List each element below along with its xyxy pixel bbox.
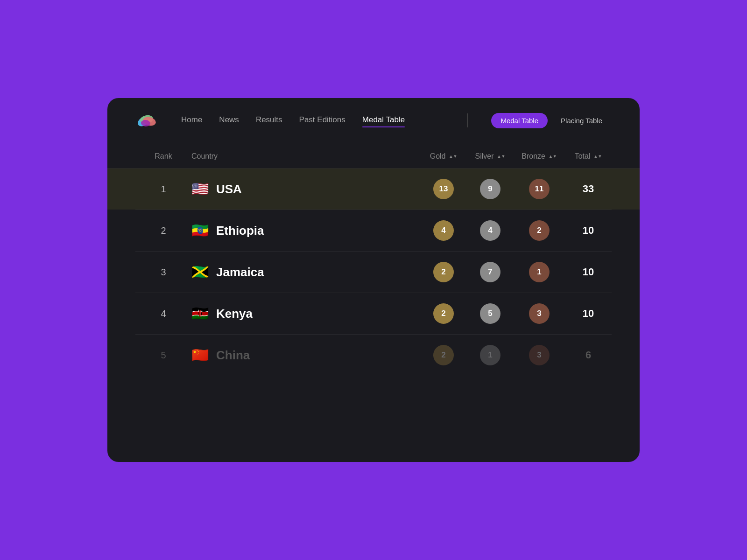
rank-number: 1 xyxy=(161,184,166,194)
nav-past-editions[interactable]: Past Editions xyxy=(299,115,345,126)
gold-cell: 2 xyxy=(420,303,467,324)
bronze-cell: 1 xyxy=(514,262,565,282)
bronze-sort-icon[interactable]: ▲▼ xyxy=(549,154,557,159)
header-gold[interactable]: Gold ▲▼ xyxy=(420,152,467,161)
silver-badge: 5 xyxy=(480,303,500,324)
table-row[interactable]: 4 🇰🇪 Kenya 2 5 3 10 xyxy=(135,293,612,334)
table-row[interactable]: 5 🇨🇳 China 2 1 3 6 xyxy=(135,334,612,376)
table-row[interactable]: 3 🇯🇲 Jamaica 2 7 1 10 xyxy=(135,251,612,293)
bronze-badge: 3 xyxy=(529,303,550,324)
total-sort-icon[interactable]: ▲▼ xyxy=(593,154,602,159)
nav-pills: Medal Table Placing Table xyxy=(491,113,612,128)
gold-cell: 4 xyxy=(420,220,467,241)
logo xyxy=(135,109,158,132)
nav-results[interactable]: Results xyxy=(256,115,282,126)
pill-medal-table[interactable]: Medal Table xyxy=(491,113,548,128)
silver-cell: 4 xyxy=(467,220,514,241)
total-number: 6 xyxy=(585,349,591,361)
country-name: Jamaica xyxy=(216,265,264,280)
header-bronze[interactable]: Bronze ▲▼ xyxy=(514,152,565,161)
country-flag: 🇰🇪 xyxy=(191,307,209,321)
nav-divider xyxy=(467,113,468,127)
table-wrapper: Rank Country Gold ▲▼ Silver ▲▼ Bronze ▲▼… xyxy=(107,143,640,394)
total-cell: 6 xyxy=(565,349,612,361)
header-rank: Rank xyxy=(135,152,191,161)
gold-badge: 2 xyxy=(433,262,454,282)
country-name: Kenya xyxy=(216,307,253,321)
gold-sort-icon[interactable]: ▲▼ xyxy=(449,154,457,159)
header-total[interactable]: Total ▲▼ xyxy=(565,152,612,161)
country-flag: 🇯🇲 xyxy=(191,265,209,279)
gold-badge: 2 xyxy=(433,303,454,324)
total-number: 10 xyxy=(583,224,594,237)
bronze-badge: 1 xyxy=(529,262,550,282)
country-name: Ethiopia xyxy=(216,224,264,238)
silver-badge: 7 xyxy=(480,262,500,282)
country-cell: 🇪🇹 Ethiopia xyxy=(191,224,420,238)
bronze-badge: 2 xyxy=(529,220,550,241)
total-number: 10 xyxy=(583,266,594,278)
silver-badge: 4 xyxy=(480,220,500,241)
country-name: China xyxy=(216,348,250,363)
country-cell: 🇰🇪 Kenya xyxy=(191,307,420,321)
header-silver[interactable]: Silver ▲▼ xyxy=(467,152,514,161)
silver-cell: 9 xyxy=(467,179,514,199)
silver-badge: 9 xyxy=(480,179,500,199)
pill-placing-table[interactable]: Placing Table xyxy=(551,113,612,128)
country-cell: 🇯🇲 Jamaica xyxy=(191,265,420,280)
silver-cell: 1 xyxy=(467,345,514,365)
nav-home[interactable]: Home xyxy=(181,115,202,126)
navbar: Home News Results Past Editions Medal Ta… xyxy=(107,98,640,143)
header-country: Country xyxy=(191,152,420,161)
gold-cell: 2 xyxy=(420,262,467,282)
total-cell: 10 xyxy=(565,308,612,320)
country-cell: 🇨🇳 China xyxy=(191,348,420,363)
nav-links: Home News Results Past Editions Medal Ta… xyxy=(181,115,444,126)
total-cell: 10 xyxy=(565,266,612,278)
bronze-badge: 3 xyxy=(529,345,550,365)
total-cell: 33 xyxy=(565,183,612,195)
rank-number: 3 xyxy=(161,267,166,277)
silver-cell: 7 xyxy=(467,262,514,282)
gold-badge: 13 xyxy=(433,179,454,199)
country-flag: 🇪🇹 xyxy=(191,224,209,238)
bronze-cell: 3 xyxy=(514,303,565,324)
nav-news[interactable]: News xyxy=(219,115,239,126)
nav-medal-table[interactable]: Medal Table xyxy=(362,115,405,126)
country-cell: 🇺🇸 USA xyxy=(191,182,420,196)
rank-number: 4 xyxy=(161,308,166,319)
gold-cell: 13 xyxy=(420,179,467,199)
bronze-cell: 3 xyxy=(514,345,565,365)
table-row[interactable]: 1 🇺🇸 USA 13 9 11 33 xyxy=(107,168,640,210)
gold-cell: 2 xyxy=(420,345,467,365)
total-number: 10 xyxy=(583,308,594,320)
silver-cell: 5 xyxy=(467,303,514,324)
bronze-cell: 11 xyxy=(514,179,565,199)
total-number: 33 xyxy=(583,183,594,195)
table-body: 1 🇺🇸 USA 13 9 11 33 2 🇪🇹 Ethiopia 4 4 xyxy=(135,168,612,376)
table-header: Rank Country Gold ▲▼ Silver ▲▼ Bronze ▲▼… xyxy=(135,147,612,168)
app-container: Home News Results Past Editions Medal Ta… xyxy=(107,98,640,462)
gold-badge: 4 xyxy=(433,220,454,241)
table-row[interactable]: 2 🇪🇹 Ethiopia 4 4 2 10 xyxy=(135,210,612,251)
silver-badge: 1 xyxy=(480,345,500,365)
rank-number: 5 xyxy=(161,350,166,360)
country-name: USA xyxy=(216,182,242,196)
bronze-cell: 2 xyxy=(514,220,565,241)
country-flag: 🇨🇳 xyxy=(191,348,209,362)
gold-badge: 2 xyxy=(433,345,454,365)
rank-number: 2 xyxy=(161,225,166,236)
bronze-badge: 11 xyxy=(529,179,550,199)
total-cell: 10 xyxy=(565,224,612,237)
country-flag: 🇺🇸 xyxy=(191,182,209,196)
silver-sort-icon[interactable]: ▲▼ xyxy=(497,154,506,159)
